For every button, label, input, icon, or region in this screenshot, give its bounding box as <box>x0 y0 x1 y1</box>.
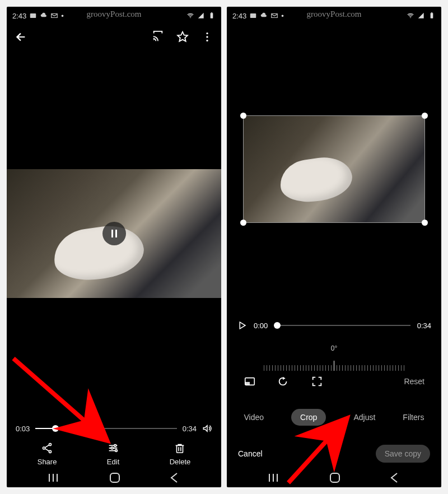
crop-frame[interactable] <box>244 116 424 222</box>
gmail-icon <box>50 12 58 20</box>
cloud-icon <box>260 12 268 20</box>
watermark: groovyPost.com <box>87 10 142 19</box>
total-time: 0:34 <box>183 425 197 433</box>
scrubber-track[interactable] <box>274 325 410 326</box>
signal-icon <box>197 12 205 20</box>
system-nav-bar <box>7 472 221 484</box>
battery-icon <box>208 12 216 20</box>
image-icon <box>249 12 257 20</box>
phone-editor: 2:43 • groovyPost.com 0:00 <box>227 7 441 487</box>
svg-rect-13 <box>110 473 119 482</box>
status-time: 2:43 <box>232 12 246 20</box>
nav-recents-icon[interactable] <box>268 472 281 483</box>
video-content <box>277 153 355 206</box>
share-label: Share <box>38 458 57 466</box>
nav-back-icon[interactable] <box>169 472 180 483</box>
cloud-icon <box>40 12 48 20</box>
nav-recents-icon[interactable] <box>48 472 61 483</box>
trash-icon <box>174 442 186 454</box>
rotation-dial[interactable]: 0° <box>244 343 424 371</box>
back-arrow-icon[interactable] <box>15 31 27 43</box>
crop-handle-bottom-left[interactable] <box>240 220 246 226</box>
tab-filters[interactable]: Filters <box>403 413 424 422</box>
reset-button[interactable]: Reset <box>404 377 424 386</box>
nav-home-icon[interactable] <box>109 472 121 484</box>
video-preview[interactable] <box>7 169 221 298</box>
expand-icon[interactable] <box>311 375 323 388</box>
scrubber-thumb[interactable] <box>274 322 281 329</box>
svg-point-1 <box>190 17 191 18</box>
cancel-button[interactable]: Cancel <box>238 449 263 458</box>
editor-scrubber[interactable]: 0:00 0:34 <box>227 320 441 330</box>
volume-icon[interactable] <box>202 423 212 434</box>
total-time: 0:34 <box>417 321 431 330</box>
svg-rect-0 <box>30 13 36 18</box>
signal-icon <box>417 12 425 20</box>
svg-rect-19 <box>245 382 250 385</box>
crop-tools-row: Reset <box>227 375 441 388</box>
aspect-ratio-icon[interactable] <box>244 375 256 388</box>
delete-button[interactable]: Delete <box>170 442 191 466</box>
crop-handle-bottom-right[interactable] <box>422 220 428 226</box>
overflow-menu-icon[interactable] <box>201 31 213 43</box>
svg-point-15 <box>410 17 411 18</box>
annotation-arrow <box>9 354 121 455</box>
svg-rect-2 <box>211 13 213 18</box>
delete-label: Delete <box>170 458 191 466</box>
rotate-icon[interactable] <box>277 375 290 388</box>
cast-icon[interactable] <box>152 31 164 43</box>
edit-label: Edit <box>107 458 119 466</box>
rotation-value: 0° <box>331 344 337 352</box>
top-app-bar <box>7 22 221 48</box>
screenshot-pair: 2:43 • groovyPost.com <box>0 0 448 494</box>
crop-handle-top-left[interactable] <box>240 113 246 119</box>
tab-video[interactable]: Video <box>244 413 264 422</box>
pause-icon <box>111 230 117 237</box>
gmail-icon <box>270 12 278 20</box>
svg-point-6 <box>206 40 208 41</box>
svg-rect-14 <box>250 13 256 18</box>
play-icon[interactable] <box>237 320 247 330</box>
annotation-arrow <box>283 410 367 487</box>
svg-rect-17 <box>431 12 432 13</box>
rotation-ruler[interactable] <box>244 355 424 371</box>
battery-icon <box>428 12 436 20</box>
svg-point-4 <box>206 32 208 34</box>
phone-viewer: 2:43 • groovyPost.com <box>7 7 221 487</box>
nav-back-icon[interactable] <box>389 472 400 483</box>
favorite-star-icon[interactable] <box>176 31 189 43</box>
status-bar: 2:43 • groovyPost.com <box>227 7 441 22</box>
watermark: groovyPost.com <box>307 10 362 19</box>
svg-point-5 <box>206 36 208 38</box>
svg-rect-16 <box>431 13 433 18</box>
current-time: 0:00 <box>254 321 268 330</box>
wifi-icon <box>186 12 194 20</box>
status-bar: 2:43 • groovyPost.com <box>7 7 221 22</box>
crop-handle-top-right[interactable] <box>422 113 428 119</box>
play-pause-button[interactable] <box>102 222 126 245</box>
status-time: 2:43 <box>12 12 26 20</box>
save-copy-button[interactable]: Save copy <box>376 445 430 463</box>
wifi-icon <box>407 12 414 20</box>
video-content <box>51 221 147 285</box>
image-icon <box>29 12 37 20</box>
svg-rect-3 <box>211 12 212 13</box>
